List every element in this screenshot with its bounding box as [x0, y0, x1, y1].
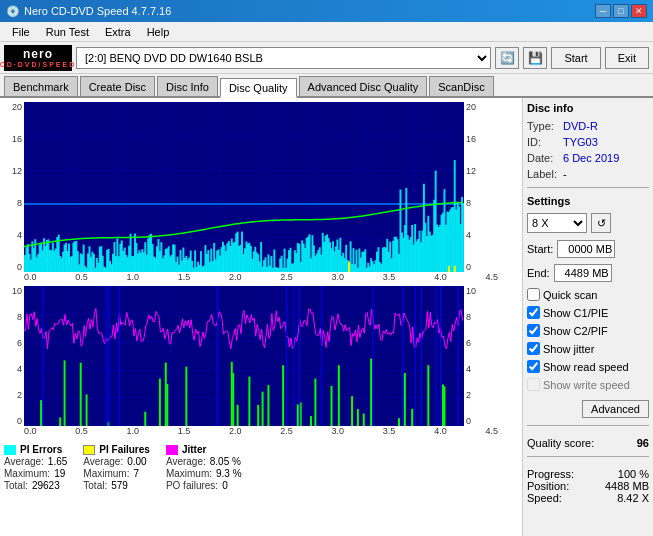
- show-write-speed-label: Show write speed: [543, 379, 630, 391]
- chart-area: 20 16 12 8 4 0 20 16 12 8 4 0 0.0 0.5 1.…: [0, 98, 523, 536]
- pi-failures-avg-label: Average:: [83, 456, 123, 467]
- end-row: End:: [527, 264, 649, 282]
- y-bot-right-8: 8: [466, 312, 484, 322]
- y-top-4: 4: [4, 230, 22, 240]
- settings-title: Settings: [527, 195, 649, 207]
- exit-button[interactable]: Exit: [605, 47, 649, 69]
- x-2.0: 2.0: [229, 272, 242, 282]
- speed-settings-row: 8 X ↺: [527, 213, 649, 233]
- top-chart-canvas: [24, 102, 464, 272]
- nero-logo: nero CD·DVD/SPEED: [4, 45, 72, 71]
- separator-2: [527, 425, 649, 426]
- tab-advanced-disc-quality[interactable]: Advanced Disc Quality: [299, 76, 428, 96]
- pi-errors-total-label: Total:: [4, 480, 28, 491]
- start-button[interactable]: Start: [551, 47, 600, 69]
- y-top-20: 20: [4, 102, 22, 112]
- show-c2pif-row: Show C2/PIF: [527, 324, 649, 337]
- menu-run-test[interactable]: Run Test: [38, 24, 97, 40]
- pi-errors-legend: PI Errors Average: 1.65 Maximum: 19 Tota…: [4, 444, 67, 491]
- progress-section: Progress: 100 % Position: 4488 MB Speed:…: [527, 468, 649, 504]
- speed-row: Speed: 8.42 X: [527, 492, 649, 504]
- jitter-color: [166, 445, 178, 455]
- main-content: 20 16 12 8 4 0 20 16 12 8 4 0 0.0 0.5 1.…: [0, 98, 653, 536]
- show-jitter-checkbox[interactable]: [527, 342, 540, 355]
- titlebar-controls: ─ □ ✕: [595, 4, 647, 18]
- disc-date-label: Date:: [527, 152, 559, 164]
- bottom-chart-canvas: [24, 286, 464, 426]
- pi-failures-color: [83, 445, 95, 455]
- start-row: Start:: [527, 240, 649, 258]
- show-c1pie-checkbox[interactable]: [527, 306, 540, 319]
- x-3.0: 3.0: [332, 272, 345, 282]
- x-axis-top: 0.0 0.5 1.0 1.5 2.0 2.5 3.0 3.5 4.0 4.5: [4, 272, 518, 282]
- disc-type-value: DVD-R: [563, 120, 598, 132]
- y-top-right-12: 12: [466, 166, 484, 176]
- pi-errors-max-label: Maximum:: [4, 468, 50, 479]
- menu-extra[interactable]: Extra: [97, 24, 139, 40]
- jitter-max-value: 9.3 %: [216, 468, 242, 479]
- po-failures-value: 0: [222, 480, 228, 491]
- end-input[interactable]: [554, 264, 612, 282]
- app-title: Nero CD-DVD Speed 4.7.7.16: [24, 5, 171, 17]
- show-read-speed-checkbox[interactable]: [527, 360, 540, 373]
- close-button[interactable]: ✕: [631, 4, 647, 18]
- speed-select[interactable]: 8 X: [527, 213, 587, 233]
- maximize-button[interactable]: □: [613, 4, 629, 18]
- pi-failures-total-label: Total:: [83, 480, 107, 491]
- refresh-icon[interactable]: 🔄: [495, 47, 519, 69]
- pi-failures-legend: PI Failures Average: 0.00 Maximum: 7 Tot…: [83, 444, 150, 491]
- x-4.5: 4.5: [485, 272, 498, 282]
- y-bot-right-6: 6: [466, 338, 484, 348]
- quality-score-row: Quality score: 96: [527, 437, 649, 449]
- app-icon: 💿: [6, 5, 20, 18]
- tab-disc-info[interactable]: Disc Info: [157, 76, 218, 96]
- disc-label-value: -: [563, 168, 567, 180]
- drive-select[interactable]: [2:0] BENQ DVD DD DW1640 BSLB: [76, 47, 491, 69]
- y-top-16: 16: [4, 134, 22, 144]
- y-bot-right-10: 10: [466, 286, 484, 296]
- y-bot-6: 6: [4, 338, 22, 348]
- show-jitter-row: Show jitter: [527, 342, 649, 355]
- disc-id-label: ID:: [527, 136, 559, 148]
- y-bot-right-2: 2: [466, 390, 484, 400]
- x-4.0: 4.0: [434, 272, 447, 282]
- minimize-button[interactable]: ─: [595, 4, 611, 18]
- show-c1pie-label: Show C1/PIE: [543, 307, 608, 319]
- x-2.5: 2.5: [280, 272, 293, 282]
- save-icon[interactable]: 💾: [523, 47, 547, 69]
- disc-label-row: Label: -: [527, 168, 649, 180]
- position-value: 4488 MB: [605, 480, 649, 492]
- po-failures-label: PO failures:: [166, 480, 218, 491]
- show-write-speed-checkbox: [527, 378, 540, 391]
- nero-text: nero: [23, 47, 53, 61]
- tab-scandisc[interactable]: ScanDisc: [429, 76, 493, 96]
- separator-3: [527, 456, 649, 457]
- tab-disc-quality[interactable]: Disc Quality: [220, 78, 297, 98]
- jitter-title: Jitter: [182, 444, 206, 455]
- show-c1pie-row: Show C1/PIE: [527, 306, 649, 319]
- position-label: Position:: [527, 480, 569, 492]
- x-0.5: 0.5: [75, 272, 88, 282]
- tab-create-disc[interactable]: Create Disc: [80, 76, 155, 96]
- pi-failures-max-value: 7: [133, 468, 139, 479]
- y-top-right-16: 16: [466, 134, 484, 144]
- pi-errors-avg-label: Average:: [4, 456, 44, 467]
- show-c2pif-checkbox[interactable]: [527, 324, 540, 337]
- menu-file[interactable]: File: [4, 24, 38, 40]
- pi-errors-color: [4, 445, 16, 455]
- pi-failures-avg-value: 0.00: [127, 456, 146, 467]
- tab-benchmark[interactable]: Benchmark: [4, 76, 78, 96]
- y-bot-0: 0: [4, 416, 22, 426]
- y-top-right-20: 20: [466, 102, 484, 112]
- y-top-right-0: 0: [466, 262, 484, 272]
- start-input[interactable]: [557, 240, 615, 258]
- settings-icon-btn[interactable]: ↺: [591, 213, 611, 233]
- quick-scan-checkbox[interactable]: [527, 288, 540, 301]
- advanced-button[interactable]: Advanced: [582, 400, 649, 418]
- y-bot-right-0: 0: [466, 416, 484, 426]
- position-row: Position: 4488 MB: [527, 480, 649, 492]
- toolbar: nero CD·DVD/SPEED [2:0] BENQ DVD DD DW16…: [0, 42, 653, 74]
- menu-help[interactable]: Help: [139, 24, 178, 40]
- y-top-right-4: 4: [466, 230, 484, 240]
- progress-label: Progress:: [527, 468, 574, 480]
